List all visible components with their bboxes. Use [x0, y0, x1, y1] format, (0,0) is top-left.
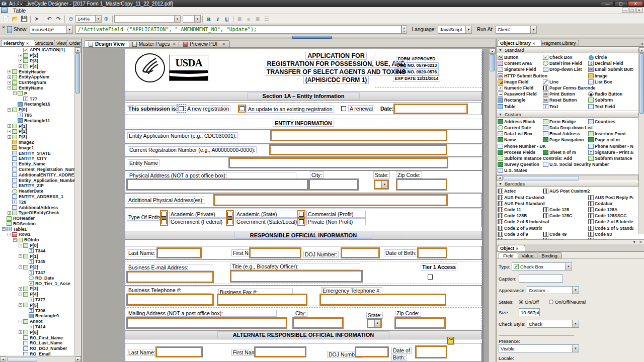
- library-item[interactable]: Code 3 of 9: [498, 231, 543, 237]
- library-item[interactable]: Code 128SSCC: [588, 213, 633, 219]
- chevron-down-icon[interactable]: ▼: [194, 16, 200, 22]
- library-item[interactable]: TSignature - Print and Sign: [588, 149, 633, 155]
- library-item[interactable]: U.S. Social Security Number: [543, 161, 633, 167]
- emergency-telephone-field[interactable]: [320, 294, 446, 305]
- tree-expander-icon[interactable]: +: [8, 75, 11, 79]
- close-icon[interactable]: ✕: [532, 42, 535, 45]
- tree-item[interactable]: −P[0]: [0, 243, 75, 248]
- tree-expander-icon[interactable]: −: [8, 108, 11, 112]
- library-vertical-scrollbar[interactable]: ▲: [638, 47, 644, 234]
- tree-item[interactable]: ✔APPLICATION[1]: [0, 47, 75, 53]
- library-item[interactable]: Code 2 of 5 Industrial: [498, 219, 588, 225]
- tree-item[interactable]: TT26: [0, 199, 75, 205]
- update-registration-checkbox[interactable]: [239, 106, 245, 111]
- tree-item[interactable]: +EntityAppNum: [0, 74, 75, 80]
- library-section-header[interactable]: ▼Custom▦▾: [497, 111, 644, 118]
- aro-dob-field[interactable]: [416, 346, 447, 358]
- tree-item[interactable]: TT347: [0, 270, 75, 276]
- tree-item[interactable]: ENTITY_ADDRESS_1: [0, 194, 75, 200]
- library-item[interactable]: Current Date: [498, 125, 543, 131]
- library-item[interactable]: Image Field: [498, 79, 543, 85]
- type-dropdown[interactable]: ✔ Check Box ▼: [512, 262, 572, 270]
- tree-item[interactable]: +CurrRegNum: [0, 80, 75, 85]
- chevron-down-icon[interactable]: ▼: [572, 345, 579, 352]
- tree-item[interactable]: +P[4]: [0, 63, 75, 69]
- library-item[interactable]: Text Field: [588, 104, 633, 110]
- tab-preview-pdf[interactable]: Preview PDF✕: [179, 40, 229, 47]
- library-item[interactable]: Line: [543, 79, 588, 85]
- tree-item[interactable]: +P[2]: [0, 53, 75, 58]
- library-item[interactable]: Subform: [588, 97, 633, 103]
- library-item[interactable]: Phone Number - UK: [498, 143, 588, 149]
- chevron-down-icon[interactable]: ▼: [374, 320, 380, 327]
- mdi-restore-button[interactable]: ❐: [629, 8, 635, 13]
- aro-last-name-field[interactable]: [156, 347, 202, 357]
- chevron-down-icon[interactable]: ▼: [174, 16, 180, 22]
- ro-dob-field[interactable]: [418, 248, 447, 258]
- tree-item[interactable]: Entity_Name: [0, 161, 75, 167]
- business-fax-field[interactable]: [217, 294, 307, 305]
- tree-item[interactable]: ROSection: [0, 221, 75, 227]
- tree-expander-icon[interactable]: −: [8, 86, 11, 89]
- library-item[interactable]: Table: [498, 104, 543, 110]
- horizontal-splitter[interactable]: [0, 35, 644, 39]
- canvas-vertical-scrollbar[interactable]: ▲: [489, 48, 496, 362]
- tree-expander-icon[interactable]: +: [8, 135, 11, 139]
- hierarchy-vertical-scrollbar[interactable]: ▲: [74, 47, 80, 355]
- tree-expander-icon[interactable]: +: [19, 64, 22, 68]
- new-form-button[interactable]: 📄: [2, 15, 11, 23]
- language-combo[interactable]: JavaScript ▼: [438, 26, 472, 34]
- pdf-preview-button[interactable]: ➤: [32, 15, 41, 23]
- library-item[interactable]: OKHTTP Submit Button: [498, 73, 588, 79]
- ro-doj-number-field[interactable]: [341, 248, 379, 258]
- entity-name-field[interactable]: [229, 158, 448, 168]
- library-item[interactable]: Code 11: [498, 207, 543, 213]
- chevron-down-icon[interactable]: ▼: [572, 287, 579, 294]
- government-state-local-checkbox[interactable]: [227, 219, 232, 224]
- library-section-header[interactable]: ▼Barcodes▦▾: [497, 180, 644, 187]
- tree-item[interactable]: −P[5]: [0, 302, 75, 308]
- tree-item[interactable]: ENTITY_ZIP: [0, 183, 75, 189]
- tree-item[interactable]: +P[2]: [0, 129, 75, 134]
- tree-item[interactable]: Rectangle9: [0, 313, 75, 319]
- tab-hierarchy[interactable]: Hierarchy✕: [1, 40, 35, 46]
- check-style-dropdown[interactable]: Check ▼: [527, 320, 579, 328]
- library-item[interactable]: Address Block: [498, 119, 543, 125]
- tree-item[interactable]: RO_Last_Name: [0, 340, 75, 346]
- library-item[interactable]: ✔Check Box: [543, 54, 588, 60]
- tree-item[interactable]: Rectangle11: [0, 118, 75, 123]
- library-item[interactable]: Date/Time Field: [543, 60, 588, 66]
- align-justify-button[interactable]: ☰: [262, 15, 271, 23]
- bold-button[interactable]: B: [204, 15, 213, 23]
- library-item[interactable]: Image: [588, 73, 633, 79]
- italic-button[interactable]: I: [213, 15, 222, 23]
- library-item[interactable]: Sheet n of m: [543, 149, 588, 155]
- tree-expander-icon[interactable]: −: [19, 303, 22, 307]
- scroll-left-icon[interactable]: ◄: [497, 175, 503, 181]
- library-item[interactable]: Email Address: [543, 131, 588, 137]
- tree-item[interactable]: TT345: [0, 259, 75, 264]
- library-item[interactable]: Subform Instance Controls: Add: [498, 155, 588, 161]
- mailing-address-field[interactable]: [127, 318, 287, 328]
- library-item[interactable]: ◉Radio Button: [588, 91, 633, 97]
- academic-state-checkbox[interactable]: [227, 212, 232, 217]
- library-item[interactable]: Code 93: [588, 231, 633, 237]
- tree-item[interactable]: Current_Registration_Number: [0, 167, 75, 172]
- library-item[interactable]: Circle: [588, 54, 633, 60]
- library-item[interactable]: TText: [543, 104, 588, 110]
- library-horizontal-scrollbar[interactable]: ◄►: [497, 175, 644, 180]
- private-nonprofit-checkbox[interactable]: [299, 219, 304, 224]
- library-item[interactable]: Insertion Point: [588, 131, 633, 137]
- library-item[interactable]: OKEmail Submit Button: [588, 66, 633, 72]
- library-item[interactable]: Subform Instance Controls: Insert F: [588, 155, 633, 161]
- tree-item[interactable]: RO_Date: [0, 275, 75, 281]
- current-reg-number-field[interactable]: [270, 145, 447, 155]
- script-code-input[interactable]: /*ActivateField ("APPLICATION", " AMENDM…: [75, 25, 401, 34]
- tab-object-library[interactable]: Object Library✕: [498, 40, 542, 46]
- tree-expander-icon[interactable]: −: [13, 238, 17, 242]
- tree-item[interactable]: TT344: [0, 248, 75, 253]
- tree-item[interactable]: RO_Email: [0, 351, 75, 355]
- library-item[interactable]: Name: [498, 137, 543, 143]
- library-item[interactable]: Form Bridge: [543, 119, 588, 125]
- library-item[interactable]: Countries: [588, 119, 633, 125]
